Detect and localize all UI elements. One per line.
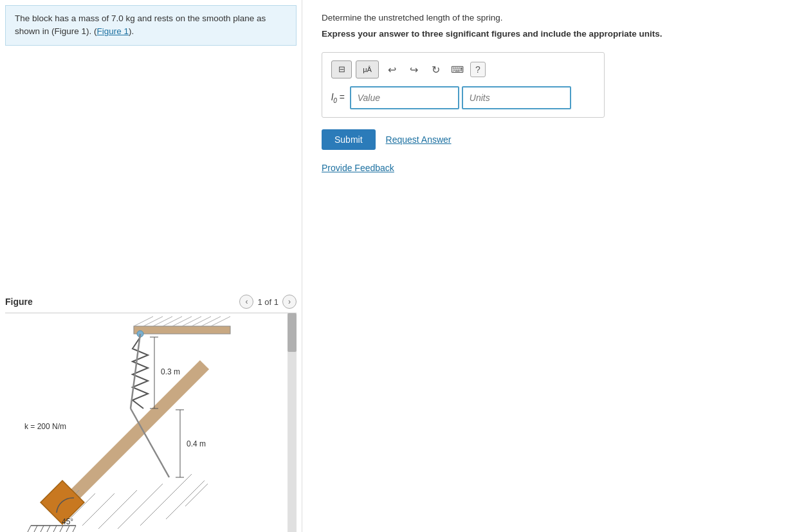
answer-box: ⊟ μÂ ↩ ↪ ↻ ⌨ ? l0 = [322, 52, 605, 118]
right-panel: Determine the unstretched length of the … [302, 0, 786, 532]
redo-button[interactable]: ↪ [405, 60, 423, 78]
input-label: l0 = [331, 92, 345, 104]
svg-line-3 [153, 316, 172, 326]
svg-line-19 [185, 484, 208, 506]
figure-section: Figure ‹ 1 of 1 › [0, 291, 302, 532]
refresh-button[interactable]: ↻ [426, 60, 444, 78]
svg-line-14 [82, 493, 114, 526]
request-answer-button[interactable]: Request Answer [386, 134, 452, 145]
svg-text:0.3 m: 0.3 m [161, 367, 180, 376]
figure-svg: 0.3 m 0.4 m k = 200 N/m 45° [5, 313, 275, 532]
svg-line-17 [140, 474, 192, 526]
svg-line-8 [201, 316, 221, 326]
figure-header: Figure ‹ 1 of 1 › [5, 291, 297, 313]
svg-line-15 [98, 490, 137, 529]
svg-line-5 [172, 316, 192, 326]
svg-text:45°: 45° [62, 517, 73, 526]
svg-line-38 [53, 526, 57, 532]
figure-container: 0.3 m 0.4 m k = 200 N/m 45° [5, 313, 297, 532]
provide-feedback-button[interactable]: Provide Feedback [322, 163, 394, 173]
prev-figure-button[interactable]: ‹ [239, 295, 253, 309]
problem-statement: The block has a mass of 7.0 kg and rests… [5, 5, 297, 46]
help-label: ? [475, 64, 480, 75]
svg-line-18 [166, 481, 205, 519]
feedback-section: Provide Feedback [322, 163, 767, 173]
svg-line-4 [163, 316, 182, 326]
problem-text: The block has a mass of 7.0 kg and rests… [15, 14, 266, 36]
svg-line-2 [143, 316, 163, 326]
svg-line-35 [34, 526, 37, 532]
value-input[interactable] [350, 86, 459, 109]
keyboard-button[interactable]: ⌨ [448, 60, 466, 78]
help-button[interactable]: ? [470, 62, 486, 77]
submit-button[interactable]: Submit [322, 129, 376, 150]
svg-line-6 [182, 316, 201, 326]
mu-button[interactable]: μÂ [356, 60, 379, 78]
svg-line-34 [28, 526, 31, 532]
svg-line-37 [47, 526, 50, 532]
svg-line-39 [60, 526, 63, 532]
svg-line-1 [134, 316, 153, 326]
undo-button[interactable]: ↩ [383, 60, 401, 78]
svg-rect-0 [134, 326, 230, 334]
figure-nav: ‹ 1 of 1 › [239, 295, 297, 309]
svg-line-9 [211, 316, 230, 326]
figure-title: Figure [5, 297, 33, 307]
svg-line-40 [66, 526, 69, 532]
figure-count: 1 of 1 [257, 297, 279, 307]
fraction-button[interactable]: ⊟ [331, 60, 352, 78]
next-figure-button[interactable]: › [282, 295, 297, 309]
units-input[interactable] [462, 86, 571, 109]
action-row: Submit Request Answer [322, 129, 767, 150]
svg-line-36 [41, 526, 44, 532]
toolbar-row: ⊟ μÂ ↩ ↪ ↻ ⌨ ? [331, 60, 595, 78]
svg-text:k = 200 N/m: k = 200 N/m [24, 422, 66, 431]
mu-label: μÂ [363, 66, 372, 73]
figure-link[interactable]: Figure 1 [97, 26, 129, 36]
svg-line-7 [192, 316, 211, 326]
svg-line-16 [118, 484, 163, 529]
express-text: Express your answer to three significant… [322, 28, 767, 41]
svg-text:0.4 m: 0.4 m [187, 439, 206, 448]
input-row: l0 = [331, 86, 595, 109]
left-panel: The block has a mass of 7.0 kg and rests… [0, 0, 302, 532]
svg-line-41 [73, 526, 76, 532]
determine-text: Determine the unstretched length of the … [322, 13, 767, 23]
